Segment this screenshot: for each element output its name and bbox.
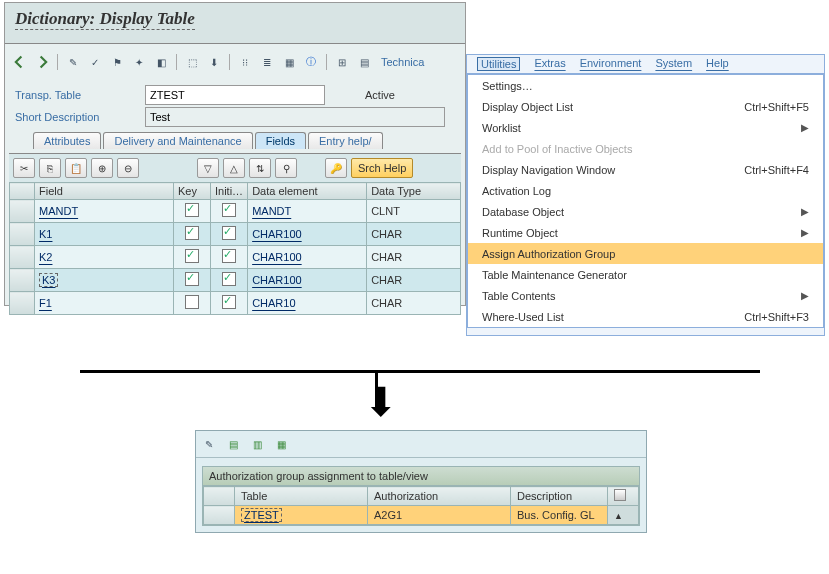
delete-icon[interactable]: ⊖ xyxy=(117,158,139,178)
menu-environment[interactable]: Environment xyxy=(580,57,642,71)
checkbox-icon[interactable] xyxy=(185,226,199,240)
init-cell[interactable] xyxy=(211,292,248,315)
key-icon[interactable]: 🔑 xyxy=(325,158,347,178)
activate-icon[interactable]: ✦ xyxy=(130,53,148,71)
elem-cell[interactable]: CHAR10 xyxy=(248,292,367,315)
where-used-icon[interactable]: ◧ xyxy=(152,53,170,71)
append-icon[interactable]: ⊞ xyxy=(333,53,351,71)
field-cell[interactable]: K2 xyxy=(35,246,174,269)
key-cell[interactable] xyxy=(174,200,211,223)
menu-item[interactable]: Database Object▶ xyxy=(468,201,823,222)
menu-system[interactable]: System xyxy=(655,57,692,71)
collapse-icon[interactable]: △ xyxy=(223,158,245,178)
list-icon[interactable]: ≣ xyxy=(258,53,276,71)
checkbox-icon[interactable] xyxy=(222,203,236,217)
tab-entry[interactable]: Entry help/ xyxy=(308,132,383,149)
active-icon[interactable]: ✓ xyxy=(86,53,104,71)
graphic-icon[interactable]: ▦ xyxy=(280,53,298,71)
col-init[interactable]: Initi… xyxy=(211,183,248,200)
check-icon[interactable]: ⚑ xyxy=(108,53,126,71)
tab-attributes[interactable]: Attributes xyxy=(33,132,101,149)
init-cell[interactable] xyxy=(211,200,248,223)
checkbox-icon[interactable] xyxy=(185,249,199,263)
key-cell[interactable] xyxy=(174,246,211,269)
menu-extras[interactable]: Extras xyxy=(534,57,565,71)
paste-icon[interactable]: 📋 xyxy=(65,158,87,178)
indexes-icon[interactable]: ▤ xyxy=(355,53,373,71)
key-cell[interactable] xyxy=(174,269,211,292)
field-cell[interactable]: F1 xyxy=(35,292,174,315)
cut-icon[interactable]: ✂ xyxy=(13,158,35,178)
forward-icon[interactable] xyxy=(33,53,51,71)
copy-icon[interactable]: ⎘ xyxy=(39,158,61,178)
checkbox-icon[interactable] xyxy=(222,226,236,240)
table-row[interactable]: K1CHAR100CHAR xyxy=(10,223,461,246)
auth-col-auth[interactable]: Authorization xyxy=(368,487,511,506)
elem-cell[interactable]: CHAR100 xyxy=(248,269,367,292)
field-cell[interactable]: K1 xyxy=(35,223,174,246)
save3-icon[interactable]: ▦ xyxy=(272,435,290,453)
filter-icon[interactable]: ⚲ xyxy=(275,158,297,178)
col-elem[interactable]: Data element xyxy=(248,183,367,200)
menu-item[interactable]: Activation Log xyxy=(468,180,823,201)
checkbox-icon[interactable] xyxy=(185,203,199,217)
menu-item[interactable]: Runtime Object▶ xyxy=(468,222,823,243)
menu-item[interactable]: Assign Authorization Group xyxy=(468,243,823,264)
auth-col-desc[interactable]: Description xyxy=(511,487,608,506)
table-row[interactable]: MANDTMANDTCLNT xyxy=(10,200,461,223)
menu-item[interactable]: Table Contents▶ xyxy=(468,285,823,306)
menu-item[interactable]: Where-Used ListCtrl+Shift+F3 xyxy=(468,306,823,327)
save2-icon[interactable]: ▥ xyxy=(248,435,266,453)
menu-item[interactable]: Settings… xyxy=(468,75,823,96)
edit-icon[interactable]: ✎ xyxy=(200,435,218,453)
checkbox-icon[interactable] xyxy=(222,295,236,309)
row-handle[interactable] xyxy=(10,246,35,269)
menu-item[interactable]: Display Navigation WindowCtrl+Shift+F4 xyxy=(468,159,823,180)
menu-help[interactable]: Help xyxy=(706,57,729,71)
save1-icon[interactable]: ▤ xyxy=(224,435,242,453)
init-cell[interactable] xyxy=(211,269,248,292)
field-cell[interactable]: MANDT xyxy=(35,200,174,223)
init-cell[interactable] xyxy=(211,223,248,246)
menu-item[interactable]: Worklist▶ xyxy=(468,117,823,138)
col-field[interactable]: Field xyxy=(35,183,174,200)
row-handle[interactable] xyxy=(10,292,35,315)
row-handle[interactable] xyxy=(10,200,35,223)
insert-icon[interactable]: ⊕ xyxy=(91,158,113,178)
auth-col-table[interactable]: Table xyxy=(235,487,368,506)
init-cell[interactable] xyxy=(211,246,248,269)
col-key[interactable]: Key xyxy=(174,183,211,200)
table-row[interactable]: F1CHAR10CHAR xyxy=(10,292,461,315)
tab-fields[interactable]: Fields xyxy=(255,132,306,149)
transp-table-field[interactable] xyxy=(145,85,325,105)
elem-cell[interactable]: CHAR100 xyxy=(248,223,367,246)
checkbox-icon[interactable] xyxy=(222,272,236,286)
key-cell[interactable] xyxy=(174,223,211,246)
menu-utilities[interactable]: Utilities xyxy=(477,57,520,71)
menu-item[interactable]: Display Object ListCtrl+Shift+F5 xyxy=(468,96,823,117)
key-cell[interactable] xyxy=(174,292,211,315)
short-desc-field[interactable] xyxy=(145,107,445,127)
info-icon[interactable]: ⓘ xyxy=(302,53,320,71)
table-row[interactable]: K2CHAR100CHAR xyxy=(10,246,461,269)
expand-icon[interactable]: ▽ xyxy=(197,158,219,178)
tab-delivery[interactable]: Delivery and Maintenance xyxy=(103,132,252,149)
checkbox-icon[interactable] xyxy=(222,249,236,263)
auth-row[interactable]: ZTEST A2G1 Bus. Config. GL ▲ xyxy=(204,506,639,525)
technical-settings-link[interactable]: Technica xyxy=(381,56,424,68)
checkbox-icon[interactable] xyxy=(185,272,199,286)
col-type[interactable]: Data Type xyxy=(367,183,461,200)
menu-item[interactable]: Table Maintenance Generator xyxy=(468,264,823,285)
elem-cell[interactable]: CHAR100 xyxy=(248,246,367,269)
toggle-icon[interactable]: ✎ xyxy=(64,53,82,71)
elem-cell[interactable]: MANDT xyxy=(248,200,367,223)
srch-help-button[interactable]: Srch Help xyxy=(351,158,413,178)
auth-row-table[interactable]: ZTEST xyxy=(241,508,282,522)
back-icon[interactable] xyxy=(11,53,29,71)
tool2-icon[interactable]: ⬇ xyxy=(205,53,223,71)
row-handle[interactable] xyxy=(10,269,35,292)
hierarchy-icon[interactable]: ⁝⁝ xyxy=(236,53,254,71)
table-row[interactable]: K3CHAR100CHAR xyxy=(10,269,461,292)
tool1-icon[interactable]: ⬚ xyxy=(183,53,201,71)
field-cell[interactable]: K3 xyxy=(35,269,174,292)
